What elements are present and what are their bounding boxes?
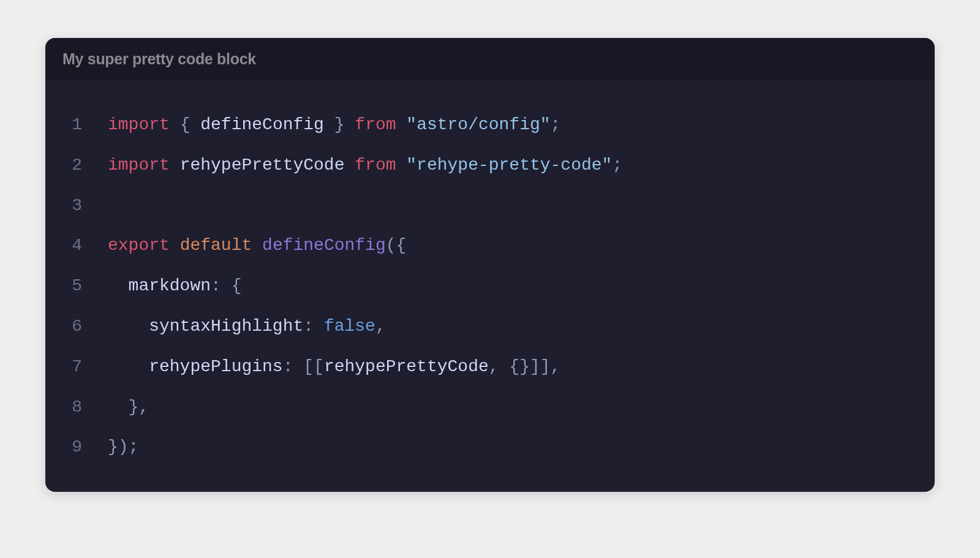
line-content [108, 186, 916, 226]
token: : [303, 317, 314, 336]
token: } [334, 115, 345, 134]
code-line: 3 [64, 186, 916, 226]
token: default [180, 236, 252, 255]
token [293, 357, 303, 376]
token: defineConfig [262, 236, 386, 255]
token: }); [108, 437, 138, 456]
line-number: 7 [64, 347, 108, 387]
token [170, 236, 180, 255]
token: from [355, 115, 396, 134]
code-line: 2import rehypePrettyCode from "rehype-pr… [64, 145, 916, 186]
token: , [375, 317, 386, 336]
line-number: 9 [64, 427, 108, 467]
code-line: 7 rehypePlugins: [[rehypePrettyCode, {}]… [64, 347, 916, 387]
line-content: }); [108, 427, 916, 467]
token: false [324, 317, 375, 336]
token [170, 115, 180, 134]
line-number: 4 [64, 225, 108, 266]
token [252, 236, 262, 255]
token [314, 317, 324, 336]
code-line: 6 syntaxHighlight: false, [64, 306, 916, 347]
token: export [108, 236, 170, 255]
token: markdown [108, 276, 211, 295]
token: from [355, 156, 396, 175]
token: "rehype-pretty-code" [406, 156, 612, 175]
line-number: 1 [64, 105, 108, 145]
line-content: }, [108, 387, 916, 428]
token: { [232, 276, 242, 295]
line-number: 2 [64, 145, 108, 186]
line-content: export default defineConfig({ [108, 225, 916, 266]
token [396, 156, 407, 175]
code-block: My super pretty code block 1import { def… [45, 38, 935, 492]
token: ; [551, 115, 561, 134]
line-number: 6 [64, 306, 108, 347]
token: import [108, 115, 170, 134]
token: }, [129, 398, 149, 417]
token: { [180, 115, 190, 134]
token: rehypePrettyCode [170, 156, 355, 175]
code-line: 4export default defineConfig({ [64, 225, 916, 266]
token: , [489, 357, 499, 376]
line-number: 3 [64, 186, 108, 226]
token: ({ [386, 236, 407, 255]
token: defineConfig [190, 115, 334, 134]
token: rehypePlugins [108, 357, 283, 376]
line-content: rehypePlugins: [[rehypePrettyCode, {}]], [108, 347, 916, 387]
line-number: 8 [64, 387, 108, 428]
token [221, 276, 232, 295]
line-content: import { defineConfig } from "astro/conf… [108, 105, 916, 145]
token [499, 357, 510, 376]
code-line: 9}); [64, 427, 916, 467]
line-number: 5 [64, 266, 108, 306]
token: {}]], [509, 357, 560, 376]
token [108, 398, 129, 417]
token [345, 115, 355, 134]
token: : [211, 276, 221, 295]
token: ; [612, 156, 622, 175]
token: syntaxHighlight [108, 317, 303, 336]
token: "astro/config" [406, 115, 550, 134]
token: : [283, 357, 293, 376]
line-content: import rehypePrettyCode from "rehype-pre… [108, 145, 916, 186]
code-line: 8 }, [64, 387, 916, 428]
code-line: 5 markdown: { [64, 266, 916, 306]
line-content: markdown: { [108, 266, 916, 306]
token: rehypePrettyCode [324, 357, 489, 376]
code-line: 1import { defineConfig } from "astro/con… [64, 105, 916, 145]
token: import [108, 156, 170, 175]
code-body: 1import { defineConfig } from "astro/con… [45, 80, 935, 492]
code-block-title: My super pretty code block [45, 38, 935, 80]
token [396, 115, 407, 134]
token: [[ [303, 357, 324, 376]
line-content: syntaxHighlight: false, [108, 306, 916, 347]
